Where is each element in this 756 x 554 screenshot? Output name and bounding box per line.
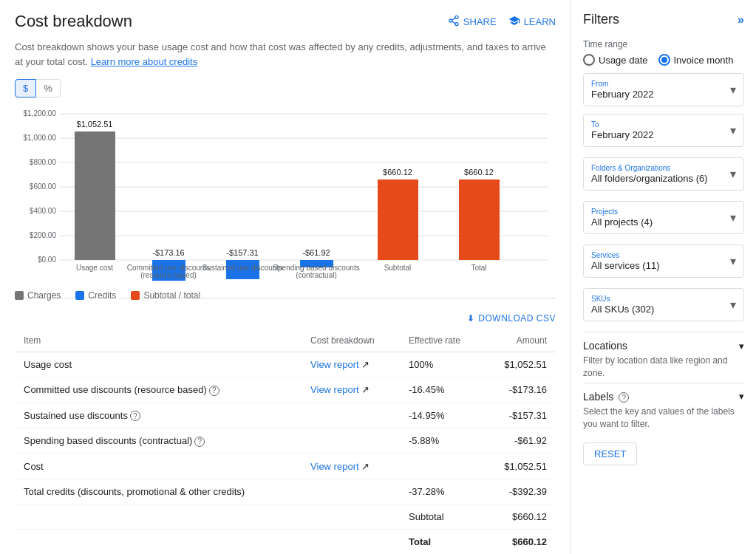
from-value: February 2022 (591, 89, 654, 100)
to-label-wrapper: To February 2022 (591, 120, 654, 140)
help-icon-2[interactable]: ? (130, 411, 140, 421)
download-csv-button[interactable]: ⬇ DOWNLOAD CSV (467, 313, 556, 324)
usage-date-radio[interactable]: Usage date (583, 54, 648, 66)
bar-total (459, 179, 500, 260)
folders-select[interactable]: Folders & Organizations All folders/orga… (583, 157, 744, 191)
learn-icon (508, 15, 520, 29)
to-floating-label: To (591, 120, 654, 129)
subtotal-row: Subtotal $660.12 (15, 504, 556, 529)
cost-table: Item Cost breakdown Effective rate Amoun… (15, 329, 556, 554)
services-chevron-icon: ▾ (730, 254, 736, 268)
folders-chevron-icon: ▾ (730, 167, 736, 181)
total-amount: $660.12 (483, 529, 556, 554)
svg-line-4 (452, 18, 456, 20)
svg-line-3 (452, 21, 456, 24)
view-report-link-4[interactable]: View report (310, 461, 359, 472)
labels-section: Labels ? ▾ Select the key and values of … (583, 383, 744, 431)
view-report-link-1[interactable]: View report (310, 384, 359, 395)
to-chevron-icon: ▾ (730, 123, 736, 137)
services-floating-label: Services (591, 251, 659, 259)
percent-toggle[interactable]: % (36, 79, 61, 98)
view-report-link-0[interactable]: View report (310, 359, 359, 370)
subtotal-label: Subtotal (400, 504, 483, 529)
reset-button[interactable]: RESET (583, 442, 637, 465)
header-actions: SHARE LEARN (448, 15, 556, 29)
share-label: SHARE (463, 16, 497, 27)
svg-point-1 (449, 19, 452, 22)
labels-description: Select the key and values of the labels … (583, 406, 744, 431)
col-cost-breakdown: Cost breakdown (302, 329, 400, 352)
cost-chart: $1,200.00 $1,000.00 $800.00 $600.00 $400… (15, 106, 556, 298)
help-icon-1[interactable]: ? (209, 386, 219, 396)
svg-text:(contractual): (contractual) (296, 271, 337, 279)
svg-text:$1,200.00: $1,200.00 (24, 109, 57, 117)
svg-text:$200.00: $200.00 (30, 231, 57, 239)
row-rate: -16.45% (400, 377, 483, 403)
legend-charges-dot (15, 291, 24, 300)
row-item: Total credits (discounts, promotional & … (15, 479, 302, 504)
folders-label-wrapper: Folders & Organizations All folders/orga… (591, 164, 708, 184)
total-empty-2 (302, 529, 400, 554)
row-item: Cost (15, 454, 302, 479)
row-amount: $1,052.51 (483, 454, 556, 479)
row-amount: -$61.92 (483, 428, 556, 454)
learn-button[interactable]: LEARN (508, 15, 556, 29)
labels-help-icon[interactable]: ? (619, 392, 629, 403)
projects-label-wrapper: Projects All projects (4) (591, 208, 653, 228)
svg-point-0 (455, 16, 458, 18)
chart-legend: Charges Credits Subtotal / total (15, 290, 556, 301)
svg-text:$660.12: $660.12 (383, 168, 412, 177)
labels-header[interactable]: Labels ? ▾ (583, 391, 744, 403)
skus-label-wrapper: SKUs All SKUs (302) (591, 295, 654, 315)
folders-floating-label: Folders & Organizations (591, 164, 708, 172)
table-row: Total credits (discounts, promotional & … (15, 479, 556, 504)
labels-chevron-icon: ▾ (739, 391, 744, 402)
services-value: All services (11) (591, 260, 659, 271)
help-icon-3[interactable]: ? (194, 437, 205, 447)
svg-text:$660.12: $660.12 (464, 168, 494, 177)
table-row: Spending based discounts (contractual)? … (15, 428, 556, 454)
usage-date-label: Usage date (599, 55, 648, 66)
dollar-toggle[interactable]: $ (15, 79, 36, 98)
table-body: Usage cost View report ↗ 100% $1,052.51 … (15, 352, 556, 555)
sidebar-header: Filters » (583, 12, 744, 27)
row-item: Usage cost (15, 352, 302, 377)
projects-floating-label: Projects (591, 208, 653, 216)
from-date-select[interactable]: From February 2022 ▾ (583, 73, 744, 106)
row-amount: -$157.31 (483, 403, 556, 428)
projects-select[interactable]: Projects All projects (4) ▾ (583, 201, 744, 234)
svg-text:$0.00: $0.00 (38, 256, 56, 264)
row-amount: -$392.39 (483, 479, 556, 504)
learn-more-link[interactable]: Learn more about credits (91, 56, 198, 67)
skus-select[interactable]: SKUs All SKUs (302) ▾ (583, 288, 744, 321)
to-date-select[interactable]: To February 2022 ▾ (583, 114, 744, 147)
table-head: Item Cost breakdown Effective rate Amoun… (15, 329, 556, 352)
row-cost-breakdown: View report ↗ (302, 377, 400, 403)
collapse-sidebar-button[interactable]: » (738, 13, 744, 27)
invoice-month-radio[interactable]: Invoice month (658, 54, 734, 66)
col-amount: Amount (483, 329, 556, 352)
row-item: Sustained use discounts? (15, 403, 302, 428)
services-filter: Services All services (11) ▾ (583, 244, 744, 278)
locations-chevron-icon: ▾ (739, 341, 744, 352)
row-rate: -37.28% (400, 479, 483, 504)
total-row: Total $660.12 (15, 529, 556, 554)
total-label: Total (400, 529, 483, 554)
table-toolbar: ⬇ DOWNLOAD CSV (15, 313, 556, 324)
svg-point-2 (455, 22, 458, 25)
services-label-wrapper: Services All services (11) (591, 251, 659, 271)
table-row: Cost View report ↗ $1,052.51 (15, 454, 556, 479)
from-floating-label: From (591, 80, 654, 88)
skus-chevron-icon: ▾ (730, 298, 736, 312)
from-label-wrapper: From February 2022 (591, 80, 654, 100)
row-cost-breakdown: View report ↗ (302, 352, 400, 377)
to-value: February 2022 (591, 129, 654, 140)
row-item: Spending based discounts (contractual)? (15, 428, 302, 454)
legend-credits: Credits (75, 290, 116, 301)
page-title: Cost breakdown (15, 12, 132, 31)
locations-header[interactable]: Locations ▾ (583, 340, 744, 352)
subtotal-amount: $660.12 (483, 504, 556, 529)
time-range-radio-group: Usage date Invoice month (583, 54, 744, 66)
share-button[interactable]: SHARE (448, 15, 497, 29)
services-select[interactable]: Services All services (11) ▾ (583, 244, 744, 278)
